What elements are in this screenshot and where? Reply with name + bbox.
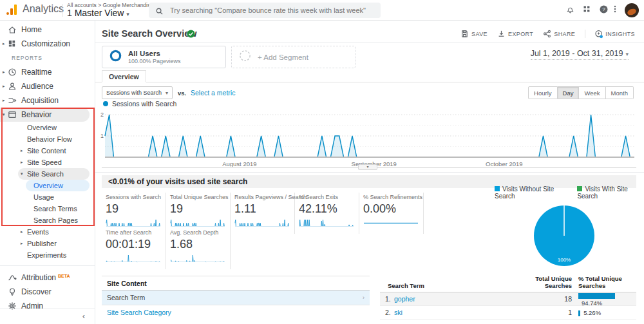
sidebar-item-site-search[interactable]: ▾Site Search xyxy=(18,168,90,180)
sidebar-item-site-speed[interactable]: ▸Site Speed xyxy=(0,157,90,168)
action-save-button[interactable]: SAVE xyxy=(460,30,488,38)
sidebar-item-acquisition[interactable]: ▸Acquisition xyxy=(0,93,90,108)
segment-subtitle: 100.00% Pageviews xyxy=(128,58,181,64)
add-segment-circle-icon xyxy=(238,49,252,65)
action-insights-button[interactable]: INSIGHTS xyxy=(585,30,635,38)
sidebar-item-behavior-flow[interactable]: Behavior Flow xyxy=(0,133,90,145)
more-vertical-dots-icon[interactable] xyxy=(611,5,622,16)
scorecard-search-exits[interactable]: % Search Exits42.11% xyxy=(295,193,359,234)
scorecard-sparkline xyxy=(106,254,161,265)
help-icon[interactable]: ? xyxy=(599,5,611,16)
segment-donut-icon xyxy=(109,49,122,65)
home-icon xyxy=(8,25,17,34)
chart-collapse-handle[interactable]: ▾ xyxy=(358,164,377,170)
add-segment-button[interactable]: + Add Segment xyxy=(231,46,355,68)
divider xyxy=(95,43,644,43)
search-term-link[interactable]: gopher xyxy=(394,295,415,303)
chevron-right-icon: ▸ xyxy=(21,148,23,153)
scorecard-avg-search-depth[interactable]: Avg. Search Depth1.68 xyxy=(166,228,231,269)
action-label: SHARE xyxy=(554,31,575,37)
dimension-row-search-term[interactable]: Search Term › xyxy=(102,291,370,305)
sidebar-item-audience[interactable]: ▸Audience xyxy=(0,79,90,93)
view-picker[interactable]: 1 Master View ▾ xyxy=(67,8,129,18)
pie-legend-item-visits-without-site-search: Visits Without Site Search xyxy=(495,186,569,200)
sidebar-item-overview[interactable]: Overview xyxy=(26,180,90,191)
notifications-bell-icon[interactable] xyxy=(565,5,577,16)
apps-grid-icon[interactable] xyxy=(582,5,594,16)
timeline-chart[interactable]: 21 xyxy=(100,109,638,159)
dimension-link-start-page[interactable]: Start Page xyxy=(102,319,370,324)
sidebar-item-search-terms[interactable]: Search Terms xyxy=(0,203,90,214)
sidebar-item-usage[interactable]: Usage xyxy=(0,191,90,203)
scorecard-time-after-search[interactable]: Time after Search00:01:19 xyxy=(102,228,166,269)
collapse-sidebar-icon[interactable]: ‹ xyxy=(82,312,85,321)
sidebar-item-overview[interactable]: Overview xyxy=(0,122,90,133)
scorecard-results-pageviews-search[interactable]: Results Pageviews / Search1.11 xyxy=(231,193,295,234)
select-a-metric-link[interactable]: Select a metric xyxy=(191,89,235,97)
percentage-bar xyxy=(578,310,580,316)
sidebar-item-site-content[interactable]: ▸Site Content xyxy=(0,145,90,157)
sidebar-footer: ‹ xyxy=(0,309,95,324)
sidebar-item-publisher[interactable]: ▸Publisher xyxy=(0,238,90,249)
add-segment-label: + Add Segment xyxy=(258,53,308,61)
chevron-down-icon: ▾ xyxy=(625,51,629,57)
attribution-icon xyxy=(8,273,17,282)
scorecard-label: Time after Search xyxy=(106,229,161,236)
sidebar-item-discover[interactable]: Discover xyxy=(0,285,90,299)
granularity-hourly[interactable]: Hourly xyxy=(528,86,557,99)
view-name: 1 Master View xyxy=(67,8,124,18)
granularity-day[interactable]: Day xyxy=(558,86,580,99)
scorecard-label: Avg. Search Depth xyxy=(170,229,225,236)
legend-dot-icon xyxy=(103,101,108,106)
customization-icon xyxy=(8,39,17,48)
scorecard-label: Sessions with Search xyxy=(106,194,161,200)
global-search[interactable] xyxy=(149,3,381,18)
segment-all-users[interactable]: All Users 100.00% Pageviews xyxy=(102,46,226,68)
total-unique-searches-value: 18 xyxy=(529,295,572,303)
action-share-button[interactable]: SHARE xyxy=(543,30,575,38)
action-export-button[interactable]: EXPORT xyxy=(497,30,533,38)
sidebar-divider xyxy=(0,265,95,266)
behavior-icon xyxy=(8,110,17,119)
scorecard-sparkline xyxy=(170,254,225,265)
total-unique-searches-value: 1 xyxy=(529,309,572,316)
top-app-bar: Analytics All accounts > Google Merchand… xyxy=(0,0,644,21)
sidebar-item-home[interactable]: Home xyxy=(0,23,90,37)
table-row: 1.gopher1894.74% xyxy=(380,292,636,306)
search-terms-table: Search Term Total UniqueSearches % Total… xyxy=(380,276,636,324)
sidebar-item-realtime[interactable]: ▸Realtime xyxy=(0,65,90,79)
user-avatar[interactable] xyxy=(625,3,639,17)
scorecard-search-refinements[interactable]: % Search Refinements0.00% xyxy=(359,193,424,234)
view-full-report-link[interactable]: view full report xyxy=(380,319,636,324)
pie-legend-label: Visits Without Site Search xyxy=(495,186,554,200)
sidebar-item-search-pages[interactable]: Search Pages xyxy=(0,214,90,226)
search-term-link[interactable]: ski xyxy=(394,309,402,316)
insights-icon xyxy=(594,30,603,38)
sidebar-item-behavior[interactable]: ▾Behavior xyxy=(0,108,90,122)
action-label: EXPORT xyxy=(508,31,533,37)
dimension-link-site-search-category[interactable]: Site Search Category xyxy=(102,305,370,319)
table-row: 2.ski15.26% xyxy=(380,306,636,319)
scorecard-label: % Search Refinements xyxy=(363,194,419,200)
sidebar-item-customization[interactable]: ▸Customization xyxy=(0,37,90,51)
granularity-week[interactable]: Week xyxy=(579,86,605,99)
table-header-row: Search Term Total UniqueSearches % Total… xyxy=(380,276,636,292)
sidebar-item-attribution[interactable]: AttributionBETA xyxy=(0,271,90,285)
date-range-picker[interactable]: Jul 1, 2019 - Oct 31, 2019▾ xyxy=(531,49,629,60)
tab-overview[interactable]: Overview xyxy=(102,70,146,82)
svg-text:1: 1 xyxy=(100,133,104,139)
search-input[interactable] xyxy=(170,6,374,14)
sidebar-item-experiments[interactable]: Experiments xyxy=(0,249,90,261)
granularity-month[interactable]: Month xyxy=(606,86,634,99)
action-label: SAVE xyxy=(471,31,488,37)
sidebar-item-events[interactable]: ▸Events xyxy=(0,226,90,238)
col-search-term: Search Term xyxy=(380,283,529,290)
chevron-right-icon: › xyxy=(363,294,365,301)
page-title: Site Search Overview xyxy=(102,28,197,39)
sidebar: Home▸CustomizationREPORTS▸Realtime▸Audie… xyxy=(0,21,95,324)
legend-label: Sessions with Search xyxy=(112,100,176,108)
metric-dropdown[interactable]: Sessions with Search ▾ xyxy=(102,86,173,99)
brand[interactable]: Analytics xyxy=(6,3,64,15)
metric-dropdown-value: Sessions with Search xyxy=(106,90,162,96)
pie-legend-label: Visits With Site Search xyxy=(577,186,628,200)
